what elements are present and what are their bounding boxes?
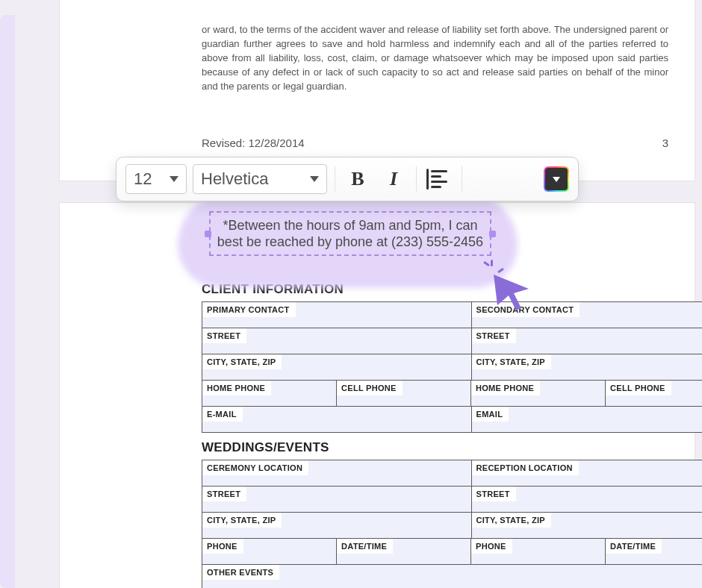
field-phone-ev-2[interactable]: PHONE — [471, 539, 606, 564]
field-home-phone-2[interactable]: HOME PHONE — [471, 381, 606, 406]
field-csz-ev-2[interactable]: CITY, STATE, ZIP — [472, 513, 703, 538]
bold-button[interactable]: B — [340, 164, 376, 194]
italic-icon: I — [390, 168, 397, 190]
italic-button[interactable]: I — [376, 164, 411, 194]
resize-handle-left[interactable] — [205, 231, 211, 237]
field-email-2[interactable]: EMAIL — [472, 407, 703, 432]
field-street-ev-2[interactable]: STREET — [472, 487, 703, 512]
client-info-section: CLIENT INFORMATION PRIMARY CONTACT SECON… — [202, 282, 702, 433]
field-primary-contact[interactable]: PRIMARY CONTACT — [202, 302, 472, 328]
footer-row: Revised: 12/28/2014 3 — [202, 137, 668, 149]
legal-paragraph: or ward, to the terms of the accident wa… — [202, 22, 668, 93]
chevron-down-icon — [170, 176, 178, 182]
page-number: 3 — [662, 137, 668, 149]
field-reception-location[interactable]: RECEPTION LOCATION — [472, 460, 703, 486]
field-street-2[interactable]: STREET — [472, 328, 703, 354]
field-email-1[interactable]: E-MAIL — [202, 407, 472, 432]
resize-handle-right[interactable] — [489, 231, 496, 237]
editable-text-box[interactable]: *Between the hours of 9am and 5pm, I can… — [209, 211, 491, 256]
divider — [416, 166, 417, 192]
field-city-state-zip-2[interactable]: CITY, STATE, ZIP — [472, 354, 703, 380]
field-cell-phone-1[interactable]: CELL PHONE — [337, 381, 471, 406]
field-other-events[interactable]: OTHER EVENTS — [202, 565, 702, 588]
text-format-toolbar: 12 Helvetica B I — [116, 157, 579, 201]
client-info-table: PRIMARY CONTACT SECONDARY CONTACT STREET… — [202, 301, 702, 433]
revised-date: Revised: 12/28/2014 — [202, 137, 305, 149]
divider — [335, 166, 335, 192]
field-datetime-2[interactable]: DATE/TIME — [606, 539, 702, 564]
field-home-phone-1[interactable]: HOME PHONE — [202, 381, 337, 406]
font-family-value: Helvetica — [201, 169, 268, 189]
events-table: CEREMONY LOCATION RECEPTION LOCATION STR… — [202, 460, 702, 588]
field-city-state-zip-1[interactable]: CITY, STATE, ZIP — [202, 354, 472, 380]
chevron-down-icon — [553, 177, 560, 182]
cursor-arrow-icon — [491, 272, 532, 313]
font-family-select[interactable]: Helvetica — [193, 164, 327, 194]
align-left-icon — [431, 170, 447, 188]
document-page-upper: or ward, to the terms of the accident wa… — [60, 0, 695, 181]
field-street-ev-1[interactable]: STREET — [202, 487, 472, 512]
text-color-button[interactable] — [544, 166, 569, 192]
color-swatch-icon — [545, 168, 568, 190]
field-csz-ev-1[interactable]: CITY, STATE, ZIP — [202, 513, 472, 538]
field-cell-phone-2[interactable]: CELL PHONE — [606, 381, 702, 406]
left-sidebar-strip — [0, 15, 15, 588]
field-phone-ev-1[interactable]: PHONE — [202, 539, 337, 564]
font-size-select[interactable]: 12 — [125, 164, 187, 194]
chevron-down-icon — [310, 176, 319, 182]
field-ceremony-location[interactable]: CEREMONY LOCATION — [202, 460, 472, 486]
font-size-value: 12 — [134, 169, 152, 189]
field-datetime-1[interactable]: DATE/TIME — [337, 539, 471, 564]
bold-icon: B — [351, 168, 364, 190]
section-heading-events: WEDDINGS/EVENTS — [202, 440, 702, 455]
divider — [462, 166, 462, 192]
align-left-button[interactable] — [421, 164, 457, 194]
field-street-1[interactable]: STREET — [202, 328, 472, 354]
weddings-events-section: WEDDINGS/EVENTS CEREMONY LOCATION RECEPT… — [202, 440, 702, 588]
